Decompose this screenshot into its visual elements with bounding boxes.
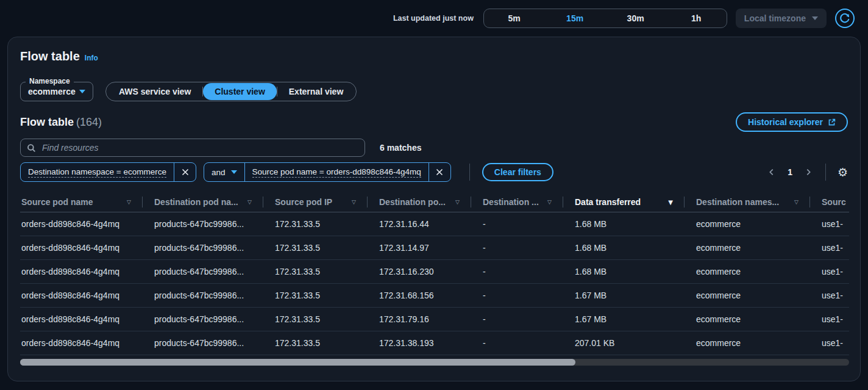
table-title: Flow table (20, 116, 74, 128)
column-header-label: Source pod IP (275, 197, 332, 207)
chevron-down-icon (231, 170, 237, 174)
chevron-left-icon (767, 168, 776, 176)
page-title: Flow table (20, 49, 80, 63)
table-cell: 1.67 MB (563, 291, 684, 300)
table-cell: use1- (809, 338, 849, 348)
table-cell: ecommerce (684, 291, 809, 300)
table-cell: - (471, 338, 563, 348)
filter-token-label[interactable]: Destination namespace = ecommerce (21, 163, 174, 181)
table-cell: - (471, 219, 563, 229)
column-header[interactable]: Destination ...▽ (471, 192, 563, 212)
filter-row: Destination namespace = ecommerce and So… (20, 162, 848, 182)
table-cell: orders-dd898c846-4g4mq (20, 291, 142, 300)
namespace-dropdown[interactable]: Namespace ecommerce (20, 82, 93, 101)
table-cell: orders-dd898c846-4g4mq (20, 267, 142, 276)
tab-aws-service-view[interactable]: AWS service view (107, 83, 202, 100)
time-range-5m[interactable]: 5m (484, 13, 545, 23)
time-range-1h[interactable]: 1h (666, 13, 727, 23)
filter-token-label[interactable]: Source pod name = orders-dd898c846-4g4mq (245, 163, 429, 181)
column-header[interactable]: Destination names...▽ (684, 192, 809, 212)
sort-descending-icon[interactable]: ▼ (668, 199, 673, 206)
clear-filters-button[interactable]: Clear filters (482, 163, 553, 181)
table-row[interactable]: orders-dd898c846-4g4mqproducts-647bc9998… (20, 308, 849, 331)
filter-operator-label: and (212, 168, 226, 177)
table-cell: - (471, 243, 563, 253)
info-link[interactable]: Info (85, 54, 98, 62)
table-row[interactable]: orders-dd898c846-4g4mqproducts-647bc9998… (20, 260, 849, 284)
close-icon (435, 168, 444, 176)
table-row[interactable]: orders-dd898c846-4g4mqproducts-647bc9998… (20, 331, 849, 355)
namespace-value: ecommerce (28, 87, 76, 96)
table-cell: orders-dd898c846-4g4mq (20, 314, 142, 324)
sort-caret-icon[interactable]: ▽ (352, 199, 356, 205)
sort-caret-icon[interactable]: ▽ (794, 199, 799, 205)
column-header[interactable]: Data transferred▼ (563, 192, 684, 212)
chevron-right-icon (804, 168, 813, 176)
gear-icon[interactable]: ⚙ (838, 167, 848, 178)
table-cell: 172.31.79.16 (367, 314, 471, 324)
table-row[interactable]: orders-dd898c846-4g4mqproducts-647bc9998… (20, 212, 849, 236)
table-cell: orders-dd898c846-4g4mq (20, 243, 142, 253)
time-range-segmented-control: 5m 15m 30m 1h (483, 9, 727, 28)
filter-operator-dropdown[interactable]: and (204, 163, 245, 181)
table-row[interactable]: orders-dd898c846-4g4mqproducts-647bc9998… (20, 236, 849, 260)
table-cell: 172.31.68.156 (367, 291, 471, 300)
top-toolbar: Last updated just now 5m 15m 30m 1h Loca… (0, 0, 868, 37)
search-box (20, 139, 365, 157)
horizontal-scrollbar[interactable] (20, 359, 849, 366)
table-cell: ecommerce (684, 219, 809, 229)
timezone-label: Local timezone (744, 13, 806, 23)
table-cell: 172.31.33.5 (263, 291, 367, 300)
column-header-label: Destination ... (483, 197, 539, 207)
tab-cluster-view[interactable]: Cluster view (203, 83, 276, 100)
table-cell: ecommerce (684, 314, 809, 324)
table-cell: - (471, 314, 563, 324)
scrollbar-thumb[interactable] (20, 359, 575, 366)
table-cell: 1.67 MB (563, 314, 684, 324)
previous-page-button[interactable] (766, 167, 777, 178)
historical-explorer-label: Historical explorer (748, 117, 823, 127)
panel-header: Flow table Info (20, 49, 848, 63)
column-header[interactable]: Source pod name▽ (20, 192, 142, 212)
table-cell: 1.68 MB (563, 267, 684, 276)
table-cell: orders-dd898c846-4g4mq (20, 338, 142, 348)
view-controls: Namespace ecommerce AWS service view Clu… (20, 82, 848, 101)
sort-caret-icon[interactable]: ▽ (455, 199, 460, 205)
clear-filters-label: Clear filters (494, 167, 541, 177)
column-header[interactable]: Source pod IP▽ (263, 192, 367, 212)
filter-token-destination-namespace: Destination namespace = ecommerce (20, 162, 196, 182)
table-cell: use1- (809, 291, 849, 300)
table-row[interactable]: orders-dd898c846-4g4mqproducts-647bc9998… (20, 284, 849, 308)
table-cell: 172.31.33.5 (263, 314, 367, 324)
column-header-label: Destination names... (696, 197, 779, 207)
remove-filter-button[interactable] (174, 163, 196, 181)
refresh-button[interactable] (835, 9, 855, 28)
timezone-dropdown[interactable]: Local timezone (736, 9, 827, 28)
table-cell: 1.68 MB (563, 243, 684, 253)
historical-explorer-button[interactable]: Historical explorer (736, 112, 848, 132)
tab-external-view[interactable]: External view (277, 83, 355, 100)
view-segmented-control: AWS service view Cluster view External v… (105, 82, 357, 101)
table-heading-row: Flow table(164) Historical explorer (20, 112, 848, 132)
column-header[interactable]: Sourc▽ (809, 192, 849, 212)
next-page-button[interactable] (803, 167, 814, 178)
close-icon (181, 168, 190, 176)
remove-filter-button[interactable] (429, 163, 450, 181)
table-cell: 172.31.33.5 (263, 338, 367, 348)
current-page-number[interactable]: 1 (785, 167, 795, 177)
time-range-15m[interactable]: 15m (544, 13, 605, 23)
table-cell: ecommerce (684, 338, 809, 348)
column-header[interactable]: Destination po...▽ (367, 192, 471, 212)
table-header-row: Source pod name▽Destination pod na...▽So… (20, 192, 849, 212)
table-cell: use1- (809, 267, 849, 276)
search-input[interactable] (41, 142, 358, 153)
chevron-down-icon (812, 16, 818, 20)
namespace-field-label: Namespace (26, 77, 74, 85)
table-cell: use1- (809, 314, 849, 324)
time-range-30m[interactable]: 30m (605, 13, 666, 23)
column-header[interactable]: Destination pod na...▽ (142, 192, 263, 212)
sort-caret-icon[interactable]: ▽ (247, 199, 252, 205)
sort-caret-icon[interactable]: ▽ (127, 199, 131, 205)
sort-caret-icon[interactable]: ▽ (547, 199, 552, 205)
table-cell: orders-dd898c846-4g4mq (20, 219, 142, 229)
